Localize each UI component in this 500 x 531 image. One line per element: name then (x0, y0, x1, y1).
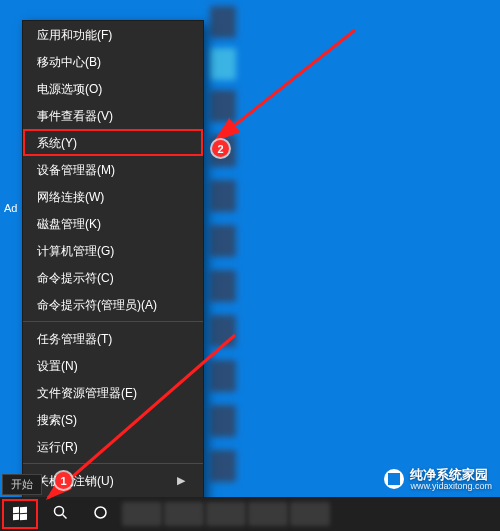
menu-label: 命令提示符(管理员)(A) (37, 299, 157, 311)
watermark-url: www.yidaxitong.com (410, 482, 492, 491)
menu-separator (23, 321, 203, 322)
annotation-marker-2: 2 (212, 140, 229, 157)
menu-event-viewer[interactable]: 事件查看器(V) (23, 102, 203, 129)
menu-command-prompt[interactable]: 命令提示符(C) (23, 264, 203, 291)
menu-device-manager[interactable]: 设备管理器(M) (23, 156, 203, 183)
watermark-logo-icon (384, 469, 404, 489)
desktop-icon-blurred (210, 180, 236, 212)
menu-label: 应用和功能(F) (37, 29, 112, 41)
svg-point-0 (54, 506, 63, 515)
menu-mobility-center[interactable]: 移动中心(B) (23, 48, 203, 75)
watermark-title: 纯净系统家园 (410, 468, 492, 482)
watermark: 纯净系统家园 www.yidaxitong.com (384, 468, 492, 491)
taskbar-pinned-blurred[interactable] (164, 502, 204, 526)
menu-label: 计算机管理(G) (37, 245, 114, 257)
taskbar-pinned-blurred[interactable] (248, 502, 288, 526)
menu-file-explorer[interactable]: 文件资源管理器(E) (23, 379, 203, 406)
menu-label: 系统(Y) (37, 137, 77, 149)
desktop-icon-blurred (210, 225, 236, 257)
winx-context-menu: 应用和功能(F) 移动中心(B) 电源选项(O) 事件查看器(V) 系统(Y) … (22, 20, 204, 522)
menu-system[interactable]: 系统(Y) (23, 129, 203, 156)
taskbar-pinned-blurred[interactable] (122, 502, 162, 526)
menu-disk-management[interactable]: 磁盘管理(K) (23, 210, 203, 237)
menu-power-options[interactable]: 电源选项(O) (23, 75, 203, 102)
svg-point-2 (95, 507, 106, 518)
annotation-marker-1: 1 (55, 472, 72, 489)
desktop-icon-blurred (210, 48, 236, 80)
menu-label: 磁盘管理(K) (37, 218, 101, 230)
menu-search[interactable]: 搜索(S) (23, 406, 203, 433)
menu-separator (23, 463, 203, 464)
cortana-icon (93, 505, 108, 524)
chevron-right-icon: ▶ (177, 475, 185, 486)
menu-command-prompt-admin[interactable]: 命令提示符(管理员)(A) (23, 291, 203, 318)
desktop-icon-blurred (210, 360, 236, 392)
menu-task-manager[interactable]: 任务管理器(T) (23, 325, 203, 352)
menu-label: 设备管理器(M) (37, 164, 115, 176)
menu-label: 搜索(S) (37, 414, 77, 426)
menu-label: 运行(R) (37, 441, 78, 453)
taskbar-pinned-blurred[interactable] (290, 502, 330, 526)
menu-label: 事件查看器(V) (37, 110, 113, 122)
desktop-icon-blurred (210, 6, 236, 38)
menu-label: 移动中心(B) (37, 56, 101, 68)
desktop-icon-blurred (210, 450, 236, 482)
windows-logo-icon (13, 507, 27, 521)
desktop-icon-blurred (210, 90, 236, 122)
desktop-icon-blurred (210, 270, 236, 302)
menu-label: 文件资源管理器(E) (37, 387, 137, 399)
menu-shutdown-signout[interactable]: 关机或注销(U) ▶ (23, 467, 203, 494)
taskbar (0, 497, 500, 531)
desktop-label: Ad (4, 202, 17, 214)
menu-label: 设置(N) (37, 360, 78, 372)
taskbar-cortana-button[interactable] (80, 497, 120, 531)
menu-settings[interactable]: 设置(N) (23, 352, 203, 379)
start-tooltip: 开始 (2, 474, 42, 495)
menu-run[interactable]: 运行(R) (23, 433, 203, 460)
taskbar-pinned-blurred[interactable] (206, 502, 246, 526)
menu-label: 任务管理器(T) (37, 333, 112, 345)
menu-label: 命令提示符(C) (37, 272, 114, 284)
start-button[interactable] (0, 497, 40, 531)
menu-network-connections[interactable]: 网络连接(W) (23, 183, 203, 210)
menu-computer-management[interactable]: 计算机管理(G) (23, 237, 203, 264)
taskbar-search-button[interactable] (40, 497, 80, 531)
menu-label: 网络连接(W) (37, 191, 104, 203)
menu-label: 关机或注销(U) (37, 475, 114, 487)
menu-apps-features[interactable]: 应用和功能(F) (23, 21, 203, 48)
desktop-icon-blurred (210, 405, 236, 437)
svg-line-3 (216, 30, 355, 140)
search-icon (53, 505, 68, 524)
svg-line-1 (62, 514, 66, 518)
menu-label: 电源选项(O) (37, 83, 102, 95)
desktop-icon-blurred (210, 315, 236, 347)
